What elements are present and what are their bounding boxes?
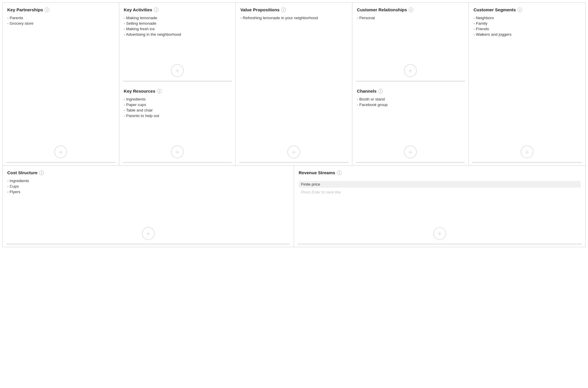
customer-segments-info-icon[interactable]: i	[517, 8, 522, 12]
list-item: - Parents	[7, 16, 114, 20]
customer-segments-label: Customer Segments	[473, 7, 516, 12]
revenue-streams-placeholder[interactable]: Press Enter to save line	[299, 189, 581, 195]
customer-segments-section: Customer Segments i - Neighbors - Family…	[469, 3, 585, 165]
cost-structure-divider	[6, 244, 290, 245]
bottom-row: Cost Structure i - Ingredients - Cups - …	[3, 166, 585, 247]
list-item: - Table and chair	[124, 108, 231, 112]
list-item: - Ingredients	[124, 97, 231, 101]
revenue-streams-title: Revenue Streams i	[299, 170, 581, 175]
list-item: - Grocery store	[7, 21, 114, 26]
revenue-streams-current-item[interactable]: Finite price	[299, 181, 581, 188]
list-item: - Refreshing lemonade in your neighborho…	[240, 16, 347, 20]
list-item: - Cups	[7, 184, 289, 188]
key-partnerships-label: Key Partnerships	[7, 7, 43, 12]
channels-add-button[interactable]: +	[404, 146, 417, 158]
customer-segments-divider	[472, 162, 582, 163]
key-resources-label: Key Resources	[124, 89, 155, 94]
value-propositions-title: Value Propositions i	[240, 7, 347, 12]
cost-structure-title: Cost Structure i	[7, 170, 289, 175]
customer-relationships-info-icon[interactable]: i	[409, 8, 413, 12]
revenue-streams-section: Revenue Streams i Finite price Press Ent…	[294, 166, 585, 247]
list-item: - Making lemonade	[124, 16, 231, 20]
list-item: - Walkers and joggers	[473, 32, 581, 37]
value-propositions-section: Value Propositions i - Refreshing lemona…	[236, 3, 352, 165]
customer-relationships-section: Customer Relationships i - Personal +	[352, 3, 469, 84]
list-item: - Neighbors	[473, 16, 581, 20]
channels-title: Channels i	[357, 89, 464, 94]
list-item: - Parents to help out	[124, 114, 231, 118]
cost-structure-info-icon[interactable]: i	[39, 170, 44, 175]
key-partnerships-title: Key Partnerships i	[7, 7, 114, 12]
list-item: - Flyers	[7, 190, 289, 194]
customer-segments-title: Customer Segments i	[473, 7, 581, 12]
cost-structure-section: Cost Structure i - Ingredients - Cups - …	[3, 166, 294, 247]
customer-relationships-divider	[356, 81, 465, 82]
list-item: - Making fresh ice	[124, 27, 231, 31]
list-item: - Family	[473, 21, 581, 26]
list-item: - Friends	[473, 27, 581, 31]
value-propositions-divider	[239, 162, 349, 163]
key-partnerships-info-icon[interactable]: i	[45, 8, 49, 12]
list-item: - Booth or stand	[357, 97, 464, 101]
key-partnerships-divider	[6, 162, 116, 163]
list-item: - Selling lemonade	[124, 21, 231, 26]
list-item: - Ingredients	[7, 179, 289, 183]
value-propositions-info-icon[interactable]: i	[281, 8, 286, 12]
revenue-streams-input-area: Finite price Press Enter to save line	[299, 181, 581, 195]
channels-section: Channels i - Booth or stand - Facebook g…	[352, 84, 469, 165]
key-activities-label: Key Activities	[124, 7, 152, 12]
value-propositions-add-button[interactable]: +	[287, 146, 300, 158]
key-partnerships-add-button[interactable]: +	[54, 146, 67, 158]
main-grid: Key Partnerships i - Parents - Grocery s…	[3, 3, 585, 166]
key-activities-section: Key Activities i - Making lemonade - Sel…	[119, 3, 236, 84]
revenue-streams-add-button[interactable]: +	[433, 227, 446, 240]
customer-relationships-title: Customer Relationships i	[357, 7, 464, 12]
key-partnerships-section: Key Partnerships i - Parents - Grocery s…	[3, 3, 119, 165]
key-resources-add-button[interactable]: +	[171, 146, 184, 158]
key-resources-section: Key Resources i - Ingredients - Paper cu…	[119, 84, 236, 165]
list-item: - Paper cups	[124, 103, 231, 107]
revenue-streams-label: Revenue Streams	[299, 170, 335, 175]
key-activities-divider	[123, 81, 232, 82]
key-resources-title: Key Resources i	[124, 89, 231, 94]
list-item: - Advertising in the neighborhood	[124, 32, 231, 37]
revenue-streams-divider	[297, 244, 582, 245]
revenue-streams-info-icon[interactable]: i	[337, 170, 342, 175]
cost-structure-label: Cost Structure	[7, 170, 37, 175]
key-activities-title: Key Activities i	[124, 7, 231, 12]
customer-relationships-label: Customer Relationships	[357, 7, 407, 12]
channels-label: Channels	[357, 89, 377, 94]
customer-segments-add-button[interactable]: +	[521, 146, 533, 158]
business-model-canvas: Key Partnerships i - Parents - Grocery s…	[2, 2, 586, 247]
value-propositions-list: - Refreshing lemonade in your neighborho…	[240, 16, 347, 161]
list-item: - Facebook group	[357, 103, 464, 107]
customer-relationships-add-button[interactable]: +	[404, 64, 417, 77]
key-partnerships-list: - Parents - Grocery store	[7, 16, 114, 161]
customer-segments-list: - Neighbors - Family - Friends - Walkers…	[473, 16, 581, 161]
list-item: - Personal	[357, 16, 464, 20]
cost-structure-add-button[interactable]: +	[142, 227, 155, 240]
key-resources-info-icon[interactable]: i	[157, 89, 162, 94]
key-resources-divider	[123, 162, 232, 163]
channels-info-icon[interactable]: i	[378, 89, 383, 94]
key-activities-add-button[interactable]: +	[171, 64, 184, 77]
value-propositions-label: Value Propositions	[240, 7, 279, 12]
channels-divider	[356, 162, 465, 163]
key-activities-info-icon[interactable]: i	[154, 8, 158, 12]
